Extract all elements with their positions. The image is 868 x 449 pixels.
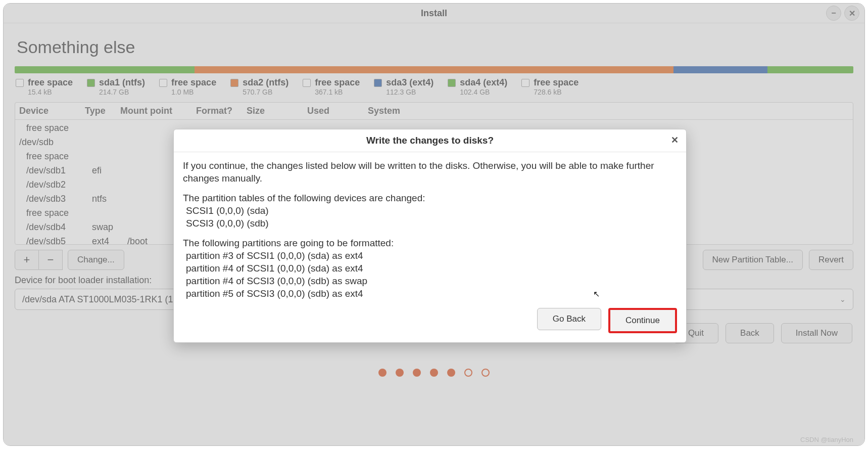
dialog-header: Write the changes to disks? ✕ [174, 129, 686, 152]
continue-button[interactable]: Continue [608, 308, 677, 333]
continue-label: Continue [625, 316, 660, 326]
dialog-pt-1: SCSI1 (0,0,0) (sda) [183, 204, 677, 217]
dialog-pt-heading: The partition tables of the following de… [183, 192, 677, 204]
dialog-title: Write the changes to disks? [366, 135, 494, 146]
dialog-fmt-2: partition #4 of SCSI1 (0,0,0) (sda) as e… [183, 262, 677, 275]
dialog-fmt-1: partition #3 of SCSI1 (0,0,0) (sda) as e… [183, 249, 677, 262]
dialog-fmt-4: partition #5 of SCSI3 (0,0,0) (sdb) as e… [183, 287, 677, 300]
go-back-button[interactable]: Go Back [537, 308, 601, 330]
dialog-fmt-3: partition #4 of SCSI3 (0,0,0) (sdb) as s… [183, 275, 677, 287]
dialog-body: If you continue, the changes listed belo… [174, 152, 686, 303]
installer-window: Install − ✕ Something else free space15.… [3, 3, 865, 446]
confirm-dialog: Write the changes to disks? ✕ If you con… [173, 129, 687, 343]
watermark: CSDN @tianyHon [800, 436, 853, 443]
dialog-close-button[interactable]: ✕ [668, 133, 681, 147]
dialog-pt-2: SCSI3 (0,0,0) (sdb) [183, 217, 677, 230]
dialog-intro: If you continue, the changes listed belo… [183, 159, 677, 185]
dialog-fmt-heading: The following partitions are going to be… [183, 237, 677, 249]
